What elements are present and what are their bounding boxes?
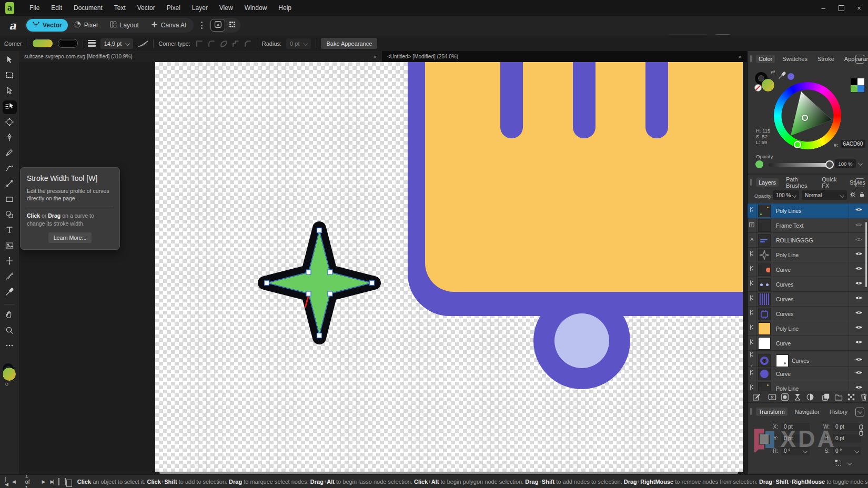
visibility-toggle-icon[interactable]	[854, 309, 863, 319]
last-page-icon[interactable]: ▶|	[51, 479, 53, 484]
transform-field-input[interactable]: 0 pt	[781, 434, 810, 443]
color-panel-menu-icon[interactable]	[855, 55, 864, 64]
transform-field-input[interactable]: 0 °	[833, 447, 861, 455]
layer-row[interactable]: Frame Text	[748, 218, 868, 233]
visibility-toggle-icon[interactable]	[854, 294, 863, 304]
layer-thumbnail[interactable]	[756, 204, 772, 218]
horizontal-scrollbar[interactable]	[159, 472, 738, 474]
transform-field-input[interactable]: 0 °	[781, 447, 810, 455]
layer-name[interactable]: Poly Line	[772, 252, 849, 258]
layer-row[interactable]: Curve	[748, 262, 868, 277]
node-tool[interactable]	[3, 85, 17, 99]
add-pattern-layer-icon[interactable]	[846, 392, 856, 402]
transform-panel-menu-icon[interactable]	[855, 408, 864, 416]
layers-scrollbar[interactable]	[865, 222, 867, 287]
mask-layer-icon[interactable]	[780, 392, 790, 402]
layer-thumbnail[interactable]	[756, 262, 772, 277]
menu-layer[interactable]: Layer	[186, 0, 214, 16]
sl-selector[interactable]	[802, 115, 808, 121]
point-transform-tool[interactable]	[3, 116, 17, 130]
menu-view[interactable]: View	[214, 0, 239, 16]
layers-tab-path-brushes[interactable]: Path Brushes	[783, 175, 814, 190]
select-same-button[interactable]: A	[210, 19, 225, 32]
adjustment-layer-icon[interactable]	[793, 392, 802, 402]
layer-name[interactable]: Curves	[772, 354, 849, 367]
visibility-toggle-icon[interactable]	[854, 323, 863, 333]
visibility-toggle-icon[interactable]	[854, 250, 863, 260]
layer-row[interactable]: Curves	[748, 307, 868, 321]
layer-thumbnail[interactable]	[756, 336, 772, 350]
layer-thumbnail[interactable]	[756, 367, 772, 381]
maximize-button[interactable]	[832, 0, 850, 16]
layers-panel-menu-icon[interactable]	[855, 178, 864, 187]
node-handle[interactable]	[328, 291, 332, 296]
layer-child-thumbnail[interactable]	[776, 354, 789, 367]
add-group-icon[interactable]	[834, 392, 843, 402]
stroke-swatch[interactable]	[58, 39, 78, 48]
layers-tab-quick-fx[interactable]: Quick FX	[819, 175, 842, 190]
selected-star-shape[interactable]	[251, 215, 388, 351]
visibility-toggle-icon[interactable]	[854, 206, 863, 216]
layer-thumbnail[interactable]	[756, 277, 772, 291]
document-tab-1[interactable]: suitcase-svgrepo-com.svg [Modified] (310…	[19, 51, 382, 62]
layer-thumbnail[interactable]	[756, 248, 772, 262]
artistic-text-tool[interactable]	[3, 224, 17, 238]
shape-builder-tool[interactable]	[3, 209, 17, 222]
anchor-point-selector[interactable]	[834, 459, 851, 467]
close-tab-icon[interactable]: ×	[374, 54, 377, 60]
layer-thumbnail[interactable]	[756, 381, 772, 391]
layer-row[interactable]: Curves	[748, 292, 868, 307]
layer-name[interactable]: Frame Text	[772, 222, 849, 229]
document-canvas[interactable]	[155, 62, 743, 472]
fill-tool[interactable]	[3, 178, 17, 191]
persona-vector[interactable]: Vector	[26, 19, 68, 32]
transform-tab-history[interactable]: History	[827, 408, 850, 416]
fill-well-circle[interactable]	[2, 367, 16, 381]
close-button[interactable]: ×	[850, 0, 868, 16]
radius-input[interactable]: 0 pt	[286, 38, 311, 49]
transform-tab-navigator[interactable]: Navigator	[792, 408, 822, 416]
hex-input[interactable]: 6ACD60	[841, 140, 865, 148]
artboard-tool[interactable]	[3, 69, 17, 83]
lock-icon[interactable]	[859, 191, 865, 199]
link-dimensions-icon[interactable]	[858, 424, 864, 438]
next-page-icon[interactable]: ▶	[42, 479, 46, 484]
more-tools[interactable]	[3, 340, 17, 353]
layer-name[interactable]: Poly Lines	[772, 208, 849, 214]
minimize-button[interactable]: –	[814, 0, 832, 16]
color-tab-swatches[interactable]: Swatches	[780, 55, 810, 63]
visibility-toggle-icon[interactable]	[854, 355, 863, 365]
layer-name[interactable]: ROLLINGGGG	[772, 237, 849, 243]
zoom-tool[interactable]	[3, 324, 17, 338]
pen-tool[interactable]	[3, 131, 17, 145]
visibility-toggle-icon[interactable]	[854, 236, 863, 245]
visibility-toggle-icon[interactable]	[854, 221, 863, 230]
transform-field-input[interactable]: 0 pt	[833, 434, 861, 443]
active-color-well[interactable]: ↺	[2, 363, 17, 388]
suitcase-buckle-inner-shape[interactable]	[554, 313, 609, 368]
bake-appearance-button[interactable]: Bake Appearance	[321, 38, 377, 49]
layer-thumbnail[interactable]	[756, 292, 772, 306]
delete-layer-icon[interactable]	[859, 392, 868, 402]
visibility-toggle-icon[interactable]	[854, 369, 863, 379]
menu-text[interactable]: Text	[108, 0, 132, 16]
fill-swatch[interactable]	[32, 39, 53, 48]
rectangle-tool[interactable]	[3, 194, 17, 207]
layer-name[interactable]: Curves	[772, 311, 849, 317]
fill-color-well[interactable]	[761, 78, 775, 92]
place-image-tool[interactable]	[3, 240, 17, 253]
node-handle[interactable]	[265, 281, 269, 286]
learn-more-button[interactable]: Learn More...	[48, 232, 92, 243]
layer-row[interactable]: Poly Line	[748, 321, 868, 336]
pasteboard[interactable]: Stroke Width Tool [W] Edit the pressure …	[19, 62, 747, 474]
visibility-toggle-icon[interactable]	[854, 279, 863, 289]
color-format-swatch-icon[interactable]	[851, 78, 864, 92]
layer-thumbnail[interactable]	[756, 218, 772, 232]
menu-vector[interactable]: Vector	[132, 0, 161, 16]
layer-row[interactable]: Curves	[748, 351, 868, 367]
node-handle[interactable]	[306, 291, 311, 296]
node-handle[interactable]	[370, 281, 375, 286]
layer-name[interactable]: Poly Line	[772, 326, 849, 332]
layer-name[interactable]: Curves	[772, 296, 849, 302]
layer-name[interactable]: Curve	[772, 267, 849, 273]
